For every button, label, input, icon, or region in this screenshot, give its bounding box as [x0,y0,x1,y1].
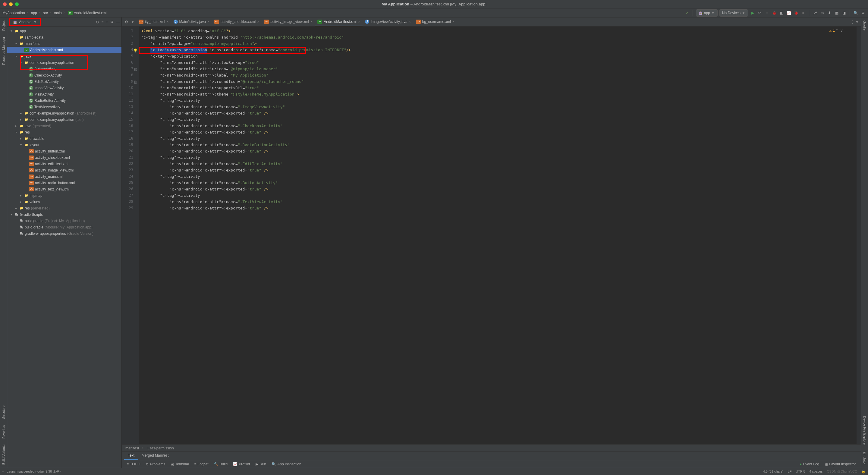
tree-item[interactable]: CTextViewActivity [7,104,121,110]
tree-item[interactable]: ▸📁mipmap [7,192,121,199]
breadcrumb[interactable]: MyApplication〉 app〉 src〉 main〉 M Android… [2,10,684,15]
hide-panel-icon[interactable]: — [116,20,120,24]
tree-item[interactable]: </>activity_edit_text.xml [7,161,121,167]
sdk-icon[interactable]: ⬇ [827,10,832,16]
resource-manager-icon[interactable]: ◨ [841,10,846,16]
gutter[interactable]: 1234💡567🖼89🖼1011121314151617181920212223… [122,27,138,444]
tool-window-tab[interactable]: ≡Logcat [192,462,211,466]
tool-window-tab[interactable]: 📈Profiler [230,462,253,466]
editor-tab[interactable]: </>ity_main.xml× [136,18,171,26]
select-opened-file-icon[interactable]: ⊙ [96,20,99,24]
tree-item[interactable]: </>activity_main.xml [7,173,121,180]
project-tree[interactable]: ▾📁app📁sampledata▾📁manifestsMAndroidManif… [7,27,121,468]
expand-all-icon[interactable]: ≡ [101,20,103,24]
tree-item[interactable]: ▾📁res [7,129,121,135]
device-selector[interactable]: No Devices ▼ [719,9,748,17]
tree-item[interactable]: 🐘build.gradle (Project: My_Application) [7,218,121,224]
panel-settings-icon[interactable]: ⚙ [110,20,114,24]
tool-window-tab[interactable]: 🔍App Inspection [269,462,304,466]
close-tab-icon[interactable]: × [257,20,259,24]
sync-gradle-icon[interactable]: ↙︎ [684,10,689,16]
maximize-window-icon[interactable] [15,2,19,6]
editor-breadcrumb[interactable]: manifest〉uses-permission [122,444,861,451]
tool-tab-structure[interactable]: Structure [1,402,6,422]
editor-tab[interactable]: </>activity_checkbox.xml× [212,18,261,26]
tree-item[interactable]: 🐘gradle-wrapper.properties (Gradle Versi… [7,230,121,236]
tool-tab-gradle[interactable]: Gradle [862,18,867,33]
editor-tab[interactable]: </>bg_username.xml× [413,18,457,26]
avd-icon[interactable]: ▭ [819,10,825,16]
tool-tab-device-file-explorer[interactable]: Device File Explorer [862,413,867,448]
code-viewport[interactable]: <?xml version="1.0" encoding="utf-8"?>"c… [138,27,857,444]
tree-item[interactable]: 🐘build.gradle (Module: My_Application.ap… [7,224,121,230]
tool-window-tab[interactable]: ● Event Log [797,462,822,466]
tool-window-tab[interactable]: ▣Terminal [168,462,191,466]
stop-icon[interactable]: ■ [801,10,806,16]
collapse-all-icon[interactable]: ÷ [106,20,108,24]
tree-item[interactable]: ▾🐘Gradle Scripts [7,211,121,218]
tree-item[interactable]: CCheckboxActivity [7,72,121,78]
tree-item[interactable]: ▸📁drawable [7,135,121,141]
tree-item[interactable]: </>activity_checkbox.xml [7,154,121,161]
tree-item[interactable]: ▸📁values [7,199,121,205]
file-encoding[interactable]: UTF-8 [796,470,805,474]
tree-item[interactable]: ▾📁com.example.myapplication [7,59,121,66]
tree-item[interactable]: CButtonActivity [7,66,121,72]
editor-tab[interactable]: JMainActivity.java× [171,18,212,26]
close-tab-icon[interactable]: × [310,20,313,24]
apply-changes-icon[interactable]: ⟳ [757,10,763,16]
tree-item[interactable]: </>activity_radio_button.xml [7,180,121,186]
tree-item[interactable]: ▾📁manifests [7,40,121,47]
tree-item[interactable]: </>activity_image_view.xml [7,167,121,173]
tree-item[interactable]: ▸📁com.example.myapplication (test) [7,116,121,123]
search-icon[interactable]: 🔍 [853,10,858,16]
error-stripe[interactable] [857,27,861,444]
minimize-window-icon[interactable] [9,2,13,6]
tool-window-tab[interactable]: ▶Run [253,462,269,466]
tool-tab-favorites[interactable]: Favorites [1,422,6,442]
close-tab-icon[interactable]: × [207,20,210,24]
tool-window-tab[interactable]: ▦ Layout Inspector [822,462,858,466]
close-tab-icon[interactable]: × [358,20,360,24]
tree-item[interactable]: CMainActivity [7,91,121,97]
tree-item[interactable]: ▾📁app [7,28,121,34]
close-tab-icon[interactable]: × [453,20,455,24]
tab-text[interactable]: Text [124,452,138,460]
run-config-selector[interactable]: app ▼ [696,9,718,17]
project-view-selector[interactable]: Android ▼ [9,18,41,26]
settings-icon[interactable]: ⚙ [860,10,866,16]
tree-item[interactable]: </>activity_text_view.xml [7,186,121,192]
attach-debugger-icon[interactable]: 🐞 [793,10,799,16]
tool-tab-build-variants[interactable]: Build Variants [1,442,6,468]
run-icon[interactable]: ▶ [750,10,755,16]
vcs-icon[interactable]: ⎇ [812,10,818,16]
tab-merged-manifest[interactable]: Merged Manifest [138,452,172,460]
editor-tab[interactable]: JImageViewActivity.java× [363,18,413,26]
tool-tab-project[interactable]: Project [1,18,6,34]
tree-item[interactable]: CRadioButtonActivity [7,97,121,104]
tool-tab-resource-manager[interactable]: Resource Manager [1,34,6,68]
tree-item[interactable]: ▸📁java (generated) [7,123,121,129]
indent-label[interactable]: 4 spaces [809,470,823,474]
editor-tab[interactable]: </>activity_image_view.xml× [261,18,315,26]
coverage-icon[interactable]: ◧ [779,10,784,16]
profile-icon[interactable]: 📈 [786,10,792,16]
tree-item[interactable]: CImageViewActivity [7,85,121,91]
tab-overflow-icon[interactable]: ⋮ ▼ [851,20,859,24]
editor-body[interactable]: 1234💡567🖼89🖼1011121314151617181920212223… [122,27,861,444]
close-window-icon[interactable] [3,2,7,6]
tool-tab-emulator[interactable]: Emulator [862,448,867,468]
inspection-summary[interactable]: ⚠ 1 ^ v [830,28,843,33]
line-ending[interactable]: LF [788,470,792,474]
tree-item[interactable]: ▸📁com.example.myapplication (androidTest… [7,110,121,116]
tree-item[interactable]: ▾📁layout [7,141,121,148]
debug-icon[interactable]: 🐞 [772,10,777,16]
close-tab-icon[interactable]: × [409,20,411,24]
tree-item[interactable]: ▾📁java [7,53,121,59]
tree-item[interactable]: </>activity_button.xml [7,148,121,154]
tree-item[interactable]: ▸📁res (generated) [7,205,121,211]
tree-item[interactable]: MAndroidManifest.xml [7,47,121,53]
tool-window-tab[interactable]: 🔨Build [212,462,230,466]
tool-window-tab[interactable]: ≡TODO [124,462,143,466]
tree-item[interactable]: 📁sampledata [7,34,121,40]
